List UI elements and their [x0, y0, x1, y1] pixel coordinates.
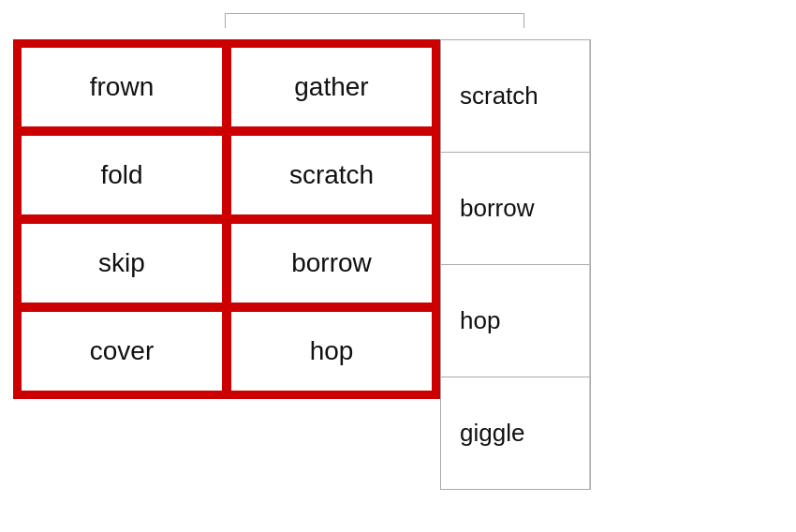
word-grid: frown gather fold scratch skip borrow [13, 39, 440, 399]
grid-row-1: frown gather [19, 45, 435, 129]
word-card-scratch[interactable]: scratch [228, 133, 435, 217]
sidebar-item-giggle[interactable]: giggle [440, 377, 590, 490]
word-card-borrow[interactable]: borrow [228, 221, 435, 305]
sidebar-item-scratch[interactable]: scratch [440, 40, 590, 153]
word-card-skip[interactable]: skip [19, 221, 225, 305]
word-card-fold[interactable]: fold [19, 133, 225, 217]
word-card-cover[interactable]: cover [19, 309, 225, 393]
grid-row-3: skip borrow [19, 221, 435, 305]
word-card-gather[interactable]: gather [228, 45, 435, 129]
grid-row-2: fold scratch [19, 133, 435, 217]
grid-row-4: cover hop [19, 309, 435, 393]
word-card-frown[interactable]: frown [19, 45, 225, 129]
sidebar-item-hop[interactable]: hop [440, 265, 590, 377]
sidebar-item-borrow[interactable]: borrow [440, 153, 590, 265]
sidebar-word-list: scratch borrow hop giggle [440, 39, 591, 490]
word-card-hop[interactable]: hop [228, 309, 435, 393]
